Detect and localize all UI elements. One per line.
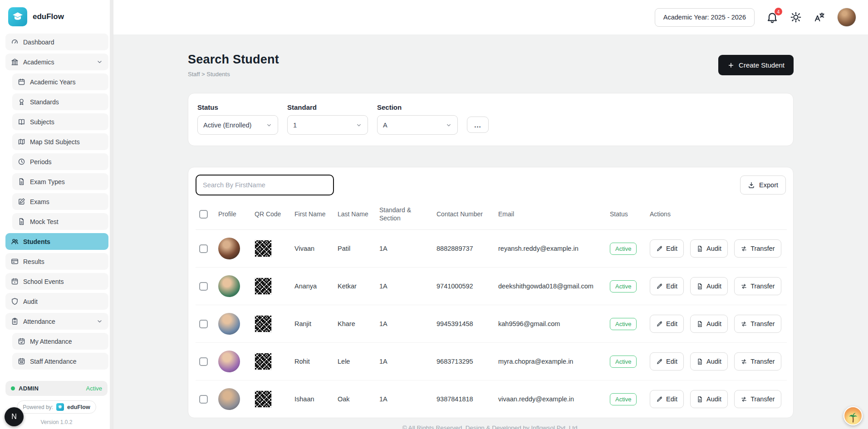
sidebar-item-standards[interactable]: Standards xyxy=(12,93,108,110)
edit-icon xyxy=(656,283,663,290)
audit-label: Audit xyxy=(706,320,721,327)
academic-year-selector[interactable]: Academic Year: 2025 - 2026 xyxy=(655,8,755,27)
pencil-square-icon xyxy=(18,198,25,205)
chevron-down-icon xyxy=(96,318,103,325)
contact-number-cell: 9741000592 xyxy=(433,268,495,305)
sidebar-item-map-std-subjects[interactable]: Map Std Subjects xyxy=(12,133,108,150)
column-header-actions: Actions xyxy=(646,198,787,230)
users-icon xyxy=(11,238,19,245)
section-filter-group: Section A xyxy=(377,103,458,135)
last-name-cell: Khare xyxy=(334,305,376,343)
sidebar-item-school-events[interactable]: School Events xyxy=(5,273,108,290)
standard-section-cell: 1A xyxy=(376,305,433,343)
sidebar-item-mock-test[interactable]: Mock Test xyxy=(12,213,108,230)
first-name-cell: Rohit xyxy=(291,343,334,380)
standard-select[interactable]: 1 xyxy=(287,115,368,135)
edit-label: Edit xyxy=(666,245,677,252)
more-filters-button[interactable]: ... xyxy=(467,117,489,133)
audit-button[interactable]: Audit xyxy=(690,352,728,370)
status-filter-group: Status Active (Enrolled) xyxy=(197,103,278,135)
sidebar-item-academics[interactable]: Academics xyxy=(5,54,108,70)
edit-button[interactable]: Edit xyxy=(650,315,684,333)
floating-widget-avatar[interactable] xyxy=(843,406,863,425)
search-input[interactable] xyxy=(196,175,334,195)
transfer-button[interactable]: Transfer xyxy=(734,315,781,333)
row-checkbox[interactable] xyxy=(199,395,208,404)
transfer-button[interactable]: Transfer xyxy=(734,352,781,370)
page-title: Search Student xyxy=(188,53,279,67)
sidebar-item-label: Exam Types xyxy=(30,178,65,185)
sidebar: eduFlow Dashboard Academics Academic Yea… xyxy=(0,0,113,429)
audit-button[interactable]: Audit xyxy=(690,277,728,295)
transfer-button[interactable]: Transfer xyxy=(734,277,781,295)
download-icon xyxy=(748,181,755,189)
edit-button[interactable]: Edit xyxy=(650,390,684,408)
sidebar-item-exam-types[interactable]: Exam Types xyxy=(12,173,108,190)
admin-role-badge: ADMIN Active xyxy=(5,381,108,396)
edit-button[interactable]: Edit xyxy=(650,239,684,258)
sidebar-item-academic-years[interactable]: Academic Years xyxy=(12,73,108,90)
sidebar-item-label: Attendance xyxy=(23,318,55,325)
edit-button[interactable]: Edit xyxy=(650,352,684,370)
translate-icon xyxy=(814,11,825,23)
language-button[interactable] xyxy=(814,11,825,23)
sidebar-item-label: Exams xyxy=(30,198,49,205)
select-all-checkbox[interactable] xyxy=(199,210,208,219)
sidebar-item-label: Periods xyxy=(30,158,51,166)
sidebar-item-results[interactable]: Results xyxy=(5,253,108,270)
table-row: Ranjit Khare 1A 9945391458 kah9596@gmail… xyxy=(196,305,787,343)
sidebar-item-label: Map Std Subjects xyxy=(30,138,80,146)
sidebar-item-attendance[interactable]: Attendance xyxy=(5,313,108,330)
floating-n-button[interactable]: N xyxy=(5,407,24,426)
row-checkbox[interactable] xyxy=(199,357,208,366)
section-select[interactable]: A xyxy=(377,115,458,135)
transfer-button[interactable]: Transfer xyxy=(734,390,781,408)
email-cell: kah9596@gmail.com xyxy=(495,305,606,343)
sidebar-item-students[interactable]: Students xyxy=(5,233,108,250)
audit-button[interactable]: Audit xyxy=(690,390,728,408)
students-table: Profile QR Code First Name Last Name Sta… xyxy=(196,198,787,418)
notifications-button[interactable]: 4 xyxy=(766,11,778,23)
transfer-button[interactable]: Transfer xyxy=(734,239,781,258)
sidebar-scrollbar[interactable] xyxy=(110,0,113,429)
student-avatar xyxy=(218,275,240,297)
row-checkbox[interactable] xyxy=(199,244,208,253)
sidebar-item-my-attendance[interactable]: My Attendance xyxy=(12,333,108,350)
transfer-label: Transfer xyxy=(750,358,775,365)
chevron-down-icon xyxy=(96,58,103,65)
table-header-row: Profile QR Code First Name Last Name Sta… xyxy=(196,198,787,230)
student-avatar xyxy=(218,313,240,335)
email-cell: deekshithgowda018@gmail.com xyxy=(495,268,606,305)
sidebar-item-label: Academic Years xyxy=(30,78,75,86)
standard-select-value: 1 xyxy=(293,122,297,129)
sidebar-item-dashboard[interactable]: Dashboard xyxy=(5,34,108,50)
row-checkbox[interactable] xyxy=(199,320,208,328)
sidebar-item-audit[interactable]: Audit xyxy=(5,293,108,310)
status-badge: Active xyxy=(610,318,637,330)
topbar: Academic Year: 2025 - 2026 4 xyxy=(113,0,868,34)
theme-toggle-button[interactable] xyxy=(790,11,802,23)
user-avatar[interactable] xyxy=(837,8,856,27)
edit-label: Edit xyxy=(666,358,677,365)
edit-button[interactable]: Edit xyxy=(650,277,684,295)
sidebar-item-periods[interactable]: Periods xyxy=(12,153,108,170)
audit-label: Audit xyxy=(706,395,721,403)
document-icon xyxy=(18,178,25,185)
standard-filter-group: Standard 1 xyxy=(287,103,368,135)
create-student-button[interactable]: Create Student xyxy=(718,55,794,75)
column-header-qr-code: QR Code xyxy=(251,198,291,230)
audit-button[interactable]: Audit xyxy=(690,315,728,333)
audit-button[interactable]: Audit xyxy=(690,239,728,258)
first-name-cell: Ananya xyxy=(291,268,334,305)
standard-section-cell: 1A xyxy=(376,343,433,380)
audit-icon xyxy=(696,396,703,403)
admin-status-text: Active xyxy=(86,385,102,392)
email-cell: vivaan.reddy@example.in xyxy=(495,380,606,418)
sidebar-item-staff-attendance[interactable]: Staff Attendance xyxy=(12,353,108,370)
sidebar-item-subjects[interactable]: Subjects xyxy=(12,113,108,130)
status-select[interactable]: Active (Enrolled) xyxy=(197,115,278,135)
row-checkbox[interactable] xyxy=(199,282,208,291)
sidebar-item-exams[interactable]: Exams xyxy=(12,193,108,210)
export-button[interactable]: Export xyxy=(740,176,786,195)
contact-number-cell: 9945391458 xyxy=(433,305,495,343)
